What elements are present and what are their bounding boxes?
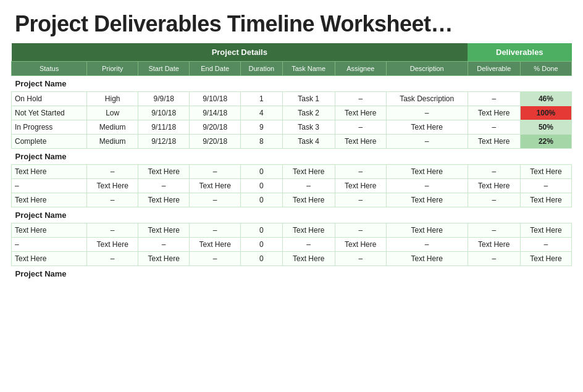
col-header-status: Status: [12, 62, 87, 76]
cell-end-date: –: [190, 165, 241, 179]
cell-description: –: [386, 179, 468, 193]
cell-description: Text Here: [386, 165, 468, 179]
cell-end-date: 9/20/18: [190, 120, 241, 135]
cell-pct-done: –: [520, 238, 571, 252]
cell-end-date: –: [190, 223, 241, 238]
table-row: On HoldHigh9/9/189/10/181Task 1–Task Des…: [12, 92, 572, 106]
cell-priority: –: [87, 165, 138, 179]
table-row: Text Here–Text Here–0Text Here–Text Here…: [12, 252, 572, 266]
section-name-row: Project Name: [12, 266, 572, 282]
cell-task-name: Task 3: [282, 120, 335, 135]
cell-priority: Text Here: [87, 179, 138, 193]
cell-assignee: Text Here: [335, 179, 386, 193]
cell-start-date: 9/10/18: [138, 106, 190, 120]
cell-start-date: Text Here: [138, 193, 190, 207]
cell-pct-done: Text Here: [520, 223, 571, 238]
col-header-task-name: Task Name: [282, 62, 335, 76]
cell-description: Text Here: [386, 223, 468, 238]
cell-description: –: [386, 135, 468, 149]
cell-description: Text Here: [386, 120, 468, 135]
table-row: CompleteMedium9/12/189/20/188Task 4Text …: [12, 135, 572, 149]
cell-priority: Medium: [87, 135, 138, 149]
table-wrapper: Project Details Deliverables StatusPrior…: [0, 43, 583, 289]
cell-duration: 0: [241, 238, 282, 252]
table-row: Text Here–Text Here–0Text Here–Text Here…: [12, 165, 572, 179]
cell-start-date: Text Here: [138, 252, 190, 266]
cell-priority: High: [87, 92, 138, 106]
cell-deliverable: Text Here: [468, 135, 520, 149]
cell-status: Complete: [12, 135, 87, 149]
cell-priority: –: [87, 223, 138, 238]
cell-status: Text Here: [12, 223, 87, 238]
cell-duration: 1: [241, 92, 282, 106]
project-details-header: Project Details: [12, 43, 468, 62]
cell-assignee: –: [335, 92, 386, 106]
cell-task-name: Text Here: [282, 223, 335, 238]
table-row: –Text Here–Text Here0–Text Here–Text Her…: [12, 179, 572, 193]
deliverables-header: Deliverables: [468, 43, 571, 62]
section-name: Project Name: [12, 76, 572, 92]
cell-start-date: –: [138, 238, 190, 252]
cell-end-date: 9/10/18: [190, 92, 241, 106]
cell-pct-done: 100%: [520, 106, 571, 120]
cell-assignee: –: [335, 193, 386, 207]
cell-start-date: 9/9/18: [138, 92, 190, 106]
cell-status: In Progress: [12, 120, 87, 135]
cell-status: Text Here: [12, 252, 87, 266]
cell-deliverable: –: [468, 92, 520, 106]
table-row: In ProgressMedium9/11/189/20/189Task 3–T…: [12, 120, 572, 135]
cell-duration: 4: [241, 106, 282, 120]
cell-assignee: –: [335, 252, 386, 266]
cell-task-name: Text Here: [282, 165, 335, 179]
cell-deliverable: –: [468, 165, 520, 179]
cell-status: Not Yet Started: [12, 106, 87, 120]
cell-assignee: –: [335, 223, 386, 238]
cell-task-name: Text Here: [282, 193, 335, 207]
section-name: Project Name: [12, 266, 572, 282]
cell-description: Task Description: [386, 92, 468, 106]
cell-deliverable: Text Here: [468, 106, 520, 120]
cell-pct-done: Text Here: [520, 193, 571, 207]
cell-status: On Hold: [12, 92, 87, 106]
cell-end-date: Text Here: [190, 179, 241, 193]
cell-end-date: –: [190, 252, 241, 266]
cell-priority: –: [87, 193, 138, 207]
cell-deliverable: –: [468, 193, 520, 207]
cell-pct-done: –: [520, 179, 571, 193]
cell-description: –: [386, 238, 468, 252]
cell-status: Text Here: [12, 193, 87, 207]
group-header-row: Project Details Deliverables: [12, 43, 572, 62]
cell-duration: 9: [241, 120, 282, 135]
cell-pct-done: Text Here: [520, 252, 571, 266]
cell-end-date: 9/14/18: [190, 106, 241, 120]
cell-pct-done: 50%: [520, 120, 571, 135]
cell-assignee: Text Here: [335, 106, 386, 120]
cell-start-date: Text Here: [138, 165, 190, 179]
cell-pct-done: 46%: [520, 92, 571, 106]
cell-task-name: Text Here: [282, 252, 335, 266]
cell-deliverable: Text Here: [468, 179, 520, 193]
cell-task-name: Task 2: [282, 106, 335, 120]
cell-deliverable: –: [468, 252, 520, 266]
cell-priority: Medium: [87, 120, 138, 135]
col-header-priority: Priority: [87, 62, 138, 76]
main-table: Project Details Deliverables StatusPrior…: [11, 43, 572, 281]
cell-description: –: [386, 106, 468, 120]
cell-duration: 0: [241, 193, 282, 207]
section-name: Project Name: [12, 149, 572, 165]
table-row: Not Yet StartedLow9/10/189/14/184Task 2T…: [12, 106, 572, 120]
section-name-row: Project Name: [12, 76, 572, 92]
cell-priority: –: [87, 252, 138, 266]
col-header-start-date: Start Date: [138, 62, 190, 76]
cell-end-date: Text Here: [190, 238, 241, 252]
cell-duration: 8: [241, 135, 282, 149]
col-header-duration: Duration: [241, 62, 282, 76]
section-name: Project Name: [12, 207, 572, 223]
cell-assignee: –: [335, 120, 386, 135]
cell-pct-done: 22%: [520, 135, 571, 149]
cell-start-date: Text Here: [138, 223, 190, 238]
cell-assignee: Text Here: [335, 135, 386, 149]
cell-duration: 0: [241, 165, 282, 179]
cell-start-date: –: [138, 179, 190, 193]
page-title: Project Deliverables Timeline Worksheet…: [0, 0, 583, 43]
